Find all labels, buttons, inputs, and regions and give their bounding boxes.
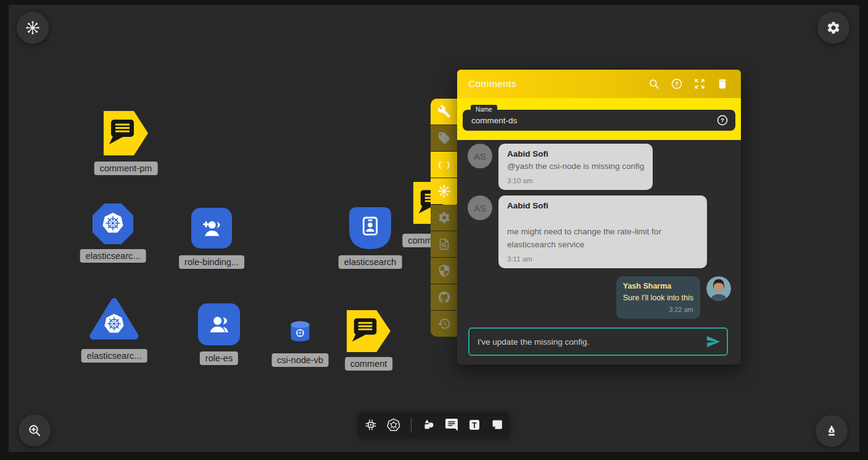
comment-message: ASAabid Sofi@yash the csi-node is missin… [468,144,731,190]
pen-tool-icon [824,424,839,438]
shield-icon [437,264,451,277]
settings-button[interactable] [817,12,849,44]
svg-text:{ }: { } [437,160,451,169]
wrench-icon [437,105,451,118]
tag-icon [437,131,451,145]
message-time: 3:10 am [507,177,644,184]
panel-title: Comments [468,78,637,89]
side-toolbar-history-button[interactable] [431,311,457,337]
message-bubble: Aabid Sofi@yash the csi-node is missing … [498,144,653,190]
node-label: elasticsearc... [80,249,146,263]
chat-input-box [468,327,728,356]
settings-icon [826,20,841,35]
message-text: @yash the csi-node is missing config [507,160,644,173]
message-author: Aabid Sofi [507,201,698,210]
message-time: 3:22 am [623,306,693,313]
message-text: Sure I'll look into this [623,292,693,304]
svg-text:?: ? [721,117,724,123]
svg-text:T: T [472,421,477,430]
side-toolbar-doc-search-button[interactable] [431,231,457,257]
hub-menu-button[interactable] [17,12,49,44]
node-label: role-binding... [179,255,244,269]
avatar-photo [706,276,731,301]
message-bubble: Yash SharmaSure I'll look into this3:22 … [616,276,700,319]
message-author: Aabid Sofi [507,149,644,158]
name-section: Name ? [457,98,741,140]
zoom-button[interactable] [19,414,51,446]
shapes-bottom-toolbar: T [358,412,510,438]
side-toolbar-github-button[interactable] [431,284,457,310]
message-time: 3:11 am [507,255,698,263]
hub-icon [437,184,451,198]
node-label: elasticsearc... [81,349,147,363]
message-bubble: Aabid Sofime might need to change the ra… [498,195,707,268]
braces-icon: { } [437,158,451,171]
canvas-node-comment[interactable] [347,310,391,352]
canvas-node-role-binding[interactable] [191,208,232,248]
canvas-node-comment-pm[interactable] [104,111,148,155]
canvas-node-elasticsearc[interactable] [88,295,140,343]
side-toolbar-wrench-button[interactable] [431,99,457,125]
hub-icon [25,20,40,35]
delete-icon[interactable] [716,78,729,90]
chat-message-input[interactable] [469,337,706,347]
github-icon [437,290,451,304]
message-text: me might need to change the rate-limit f… [507,226,698,251]
node-label: elasticsearch [339,255,402,269]
node-label: comment-pm [94,162,158,175]
bottom-toolbar-text-button[interactable]: T [467,417,482,432]
messages-list: ASAabid Sofi@yash the csi-node is missin… [457,140,741,327]
send-button[interactable] [706,334,721,349]
message-author: Yash Sharma [623,282,693,290]
name-field-label: Name [471,105,497,115]
avatar-initials: AS [468,144,492,168]
comments-panel-header[interactable]: Comments ? [457,70,741,98]
svg-text:?: ? [675,81,679,87]
side-toolbar-braces-button[interactable]: { } [431,152,457,178]
history-icon [437,317,451,331]
comments-panel: Comments ? Name ? ASAabid Sofi@yash the … [457,70,741,364]
side-toolbar-settings-button[interactable] [431,205,457,231]
side-toolbar-shield-button[interactable] [431,258,457,284]
help-icon[interactable]: ? [671,78,683,90]
doc-search-icon [437,237,451,251]
bottom-toolbar-note-button[interactable] [490,417,505,432]
canvas-node-csi-node-vb[interactable] [291,321,310,342]
canvas-node-role-es[interactable] [198,303,240,345]
search-icon[interactable] [648,78,660,90]
side-toolbar-hub-button[interactable] [431,178,457,204]
zoom-in-icon [27,423,42,438]
comment-message: Yash SharmaSure I'll look into this3:22 … [468,276,731,319]
canvas-node-elasticsearc[interactable] [93,203,133,244]
bottom-toolbar-shapes-button[interactable] [421,417,436,432]
bottom-toolbar-flow-button[interactable] [363,417,378,432]
node-side-toolbar: { } [431,99,457,337]
settings-icon [437,211,451,224]
node-label: csi-node-vb [271,353,329,367]
fullscreen-icon[interactable] [693,78,706,90]
node-label: comment [345,357,393,371]
node-label: role-es [200,351,238,365]
pen-tool-button[interactable] [816,415,848,447]
toolbar-divider [411,417,411,432]
app-window: comment-pmelasticsearc...role-binding...… [0,0,868,460]
name-help-icon[interactable]: ? [716,114,729,126]
bottom-toolbar-comment-button[interactable] [444,417,459,432]
side-toolbar-tag-button[interactable] [431,125,457,151]
bottom-toolbar-kubernetes-button[interactable] [386,417,401,432]
name-input[interactable] [463,116,716,125]
avatar-initials: AS [468,195,492,220]
name-field: Name ? [463,110,735,131]
canvas-node-elasticsearch[interactable] [349,207,391,249]
comment-message: ASAabid Sofime might need to change the … [468,195,731,268]
